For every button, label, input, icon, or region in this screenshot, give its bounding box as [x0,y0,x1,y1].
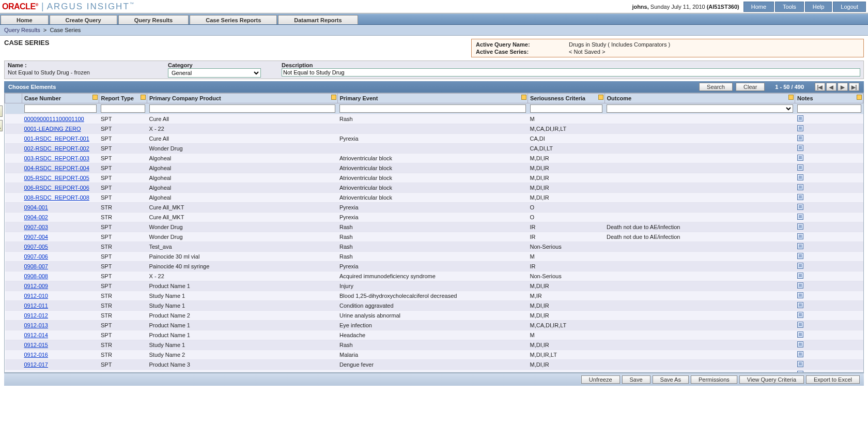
side-tool-2-icon[interactable]: 🔍 [0,120,3,131]
pager-first[interactable]: |◀ [815,83,825,91]
case-link[interactable]: 0912-016 [24,352,49,358]
save-button[interactable]: Save [622,375,650,384]
case-link[interactable]: 006-RSDC_REPORT-006 [24,185,89,191]
menu-case-series-reports[interactable]: Case Series Reports [190,15,277,24]
case-link[interactable]: 0912-019 [24,371,49,372]
search-button[interactable]: Search [699,83,733,91]
menu-query-results[interactable]: Query Results [118,15,189,24]
case-link[interactable]: 0904-001 [24,204,49,210]
menu-home[interactable]: Home [1,15,49,24]
note-icon[interactable] [797,214,803,220]
note-icon[interactable] [797,341,803,348]
pin-icon[interactable] [788,95,794,100]
note-icon[interactable] [797,322,803,328]
note-icon[interactable] [797,155,803,161]
case-link[interactable]: 005-RSDC_REPORT-005 [24,175,89,181]
filter-notes[interactable] [797,104,861,113]
col-case-number[interactable]: Case Number [22,94,99,103]
filter-event[interactable] [339,104,526,113]
toplink-logout[interactable]: Logout [833,2,866,12]
note-icon[interactable] [797,312,803,318]
pager-prev[interactable]: ◀ [826,83,836,91]
note-icon[interactable] [797,243,803,249]
note-icon[interactable] [797,253,803,259]
note-icon[interactable] [797,135,803,141]
note-icon[interactable] [797,204,803,210]
note-icon[interactable] [797,371,803,372]
col-report-type[interactable]: Report Type [99,94,147,103]
case-link[interactable]: 004-RSDC_REPORT-004 [24,165,89,171]
case-link[interactable]: 0912-017 [24,361,49,368]
pin-icon[interactable] [521,95,526,100]
note-icon[interactable] [797,164,803,171]
permissions-button[interactable]: Permissions [691,375,737,384]
pin-icon[interactable] [598,95,603,100]
menu-datamart-reports[interactable]: Datamart Reports [278,15,358,24]
case-link[interactable]: 0912-010 [24,293,49,299]
case-link[interactable]: 0912-011 [24,303,49,309]
pin-icon[interactable] [857,95,862,100]
note-icon[interactable] [797,125,803,131]
view-query-criteria-button[interactable]: View Query Criteria [739,375,804,384]
case-link[interactable]: 0001-LEADING ZERO [24,126,81,132]
menu-create-query[interactable]: Create Query [50,15,117,24]
col-event[interactable]: Primary Event [337,94,528,103]
pin-icon[interactable] [141,95,146,100]
col-product[interactable]: Primary Company Product [147,94,338,103]
case-link[interactable]: 001-RSDC_REPORT-001 [24,135,89,142]
pin-icon[interactable] [92,95,98,100]
note-icon[interactable] [797,174,803,180]
filter-crit[interactable] [530,104,603,113]
toplink-home[interactable]: Home [743,2,774,12]
export-excel-button[interactable]: Export to Excel [806,375,860,384]
toplink-help[interactable]: Help [805,2,832,12]
case-link[interactable]: 0912-013 [24,322,49,328]
note-icon[interactable] [797,115,803,122]
col-notes[interactable]: Notes [795,94,863,103]
case-link[interactable]: 0907-006 [24,253,49,260]
case-link[interactable]: 0907-003 [24,224,49,230]
grid-scroll[interactable]: Case Number Report Type Primary Company … [5,93,863,372]
pin-icon[interactable] [331,95,336,100]
case-link[interactable]: 0907-004 [24,234,49,240]
case-link[interactable]: 0908-007 [24,263,49,269]
pager-last[interactable]: ▶| [849,83,859,91]
filter-outcome[interactable] [607,104,793,113]
note-icon[interactable] [797,331,803,338]
case-link[interactable]: 0912-009 [24,283,49,289]
note-icon[interactable] [797,351,803,357]
note-icon[interactable] [797,145,803,151]
breadcrumb-query-results[interactable]: Query Results [4,27,40,33]
case-link[interactable]: 0912-015 [24,342,49,348]
case-link[interactable]: 0000900011100001100 [24,116,84,122]
note-icon[interactable] [797,194,803,200]
case-link[interactable]: 0907-005 [24,244,49,250]
note-icon[interactable] [797,361,803,367]
case-link[interactable]: 0908-008 [24,273,49,279]
col-criteria[interactable]: Seriousness Criteria [528,94,605,103]
note-icon[interactable] [797,273,803,279]
case-link[interactable]: 0904-002 [24,214,49,220]
note-icon[interactable] [797,263,803,269]
case-link[interactable]: 0912-012 [24,312,49,319]
toplink-tools[interactable]: Tools [775,2,804,12]
description-input[interactable] [282,68,860,77]
note-icon[interactable] [797,302,803,308]
save-as-button[interactable]: Save As [653,375,689,384]
filter-product[interactable] [149,104,336,113]
side-tool-1-icon[interactable]: 📋 [0,105,3,117]
clear-button[interactable]: Clear [736,83,765,91]
note-icon[interactable] [797,223,803,230]
note-icon[interactable] [797,292,803,298]
note-icon[interactable] [797,233,803,239]
category-select[interactable]: General [168,68,261,78]
note-icon[interactable] [797,184,803,190]
case-link[interactable]: 003-RSDC_REPORT-003 [24,155,89,161]
pager-next[interactable]: ▶ [838,83,848,91]
case-link[interactable]: 008-RSDC_REPORT-008 [24,194,89,201]
filter-case[interactable] [24,104,97,113]
note-icon[interactable] [797,282,803,289]
filter-rtype[interactable] [101,104,145,113]
unfreeze-button[interactable]: Unfreeze [581,375,620,384]
case-link[interactable]: 002-RSDC_REPORT-002 [24,145,89,152]
